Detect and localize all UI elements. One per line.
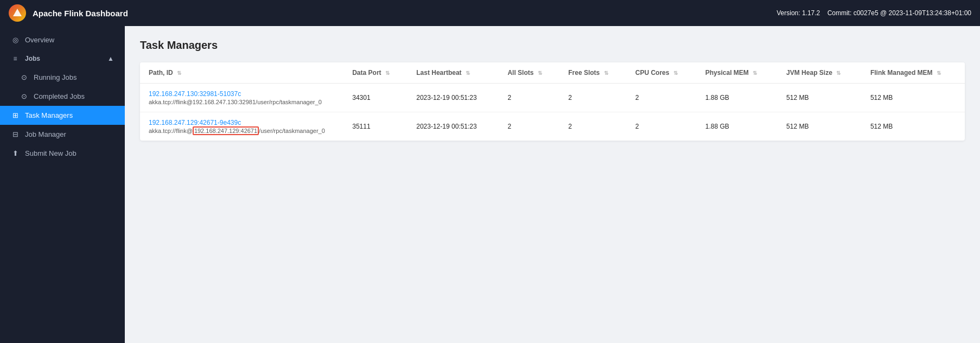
sidebar-item-jobs[interactable]: ≡ Jobs ▲ xyxy=(0,49,125,68)
col-free-slots[interactable]: Free Slots ⇅ xyxy=(559,62,627,84)
row2-data-port: 35111 xyxy=(343,112,408,141)
table-header: Path, ID ⇅ Data Port ⇅ Last Heartbeat ⇅ xyxy=(140,62,965,84)
row2-heartbeat: 2023-12-19 00:51:23 xyxy=(408,112,499,141)
sidebar-label-completed-jobs: Completed Jobs xyxy=(34,92,85,100)
row1-path-link[interactable]: 192.168.247.130:32981-51037c xyxy=(149,90,335,98)
row2-path-link[interactable]: 192.168.247.129:42671-9e439c xyxy=(149,119,335,126)
row1-path-cell: 192.168.247.130:32981-51037c akka.tcp://… xyxy=(140,84,343,112)
completed-jobs-icon: ⊙ xyxy=(20,92,28,100)
row2-physical-mem: 1.88 GB xyxy=(697,112,778,141)
app-logo xyxy=(9,4,26,22)
row2-all-slots: 2 xyxy=(499,112,559,141)
submit-job-icon: ⬆ xyxy=(11,149,20,157)
sort-icon-jvm-heap: ⇅ xyxy=(836,70,841,76)
sort-icon-cpu-cores: ⇅ xyxy=(673,70,678,76)
main-content: Task Managers Path, ID ⇅ Data Port ⇅ xyxy=(125,26,980,343)
row1-path-full: akka.tcp://flink@192.168.247.130:32981/u… xyxy=(149,99,335,105)
row1-data-port: 34301 xyxy=(343,84,408,112)
sidebar-item-running-jobs[interactable]: ⊙ Running Jobs xyxy=(0,68,125,87)
sidebar-label-running-jobs: Running Jobs xyxy=(34,73,77,81)
row2-free-slots: 2 xyxy=(559,112,627,141)
row1-physical-mem: 1.88 GB xyxy=(697,84,778,112)
svg-marker-0 xyxy=(13,9,22,16)
row2-highlight-box: 192.168.247.129:42671 xyxy=(193,126,259,135)
row2-path-full: akka.tcp://flink@192.168.247.129:42671/u… xyxy=(149,128,335,134)
col-physical-mem[interactable]: Physical MEM ⇅ xyxy=(697,62,778,84)
sort-icon-free-slots: ⇅ xyxy=(604,70,608,76)
task-managers-table: Path, ID ⇅ Data Port ⇅ Last Heartbeat ⇅ xyxy=(140,62,965,141)
row1-cpu-cores: 2 xyxy=(627,84,697,112)
sidebar-item-job-manager[interactable]: ⊟ Job Manager xyxy=(0,125,125,144)
topbar: Apache Flink Dashboard Version: 1.17.2 C… xyxy=(0,0,980,26)
sidebar-label-task-managers: Task Managers xyxy=(25,111,73,119)
row2-jvm-heap: 512 MB xyxy=(778,112,862,141)
layout: ◎ Overview ≡ Jobs ▲ ⊙ Running Jobs ⊙ Com… xyxy=(0,26,980,343)
task-managers-table-card: Path, ID ⇅ Data Port ⇅ Last Heartbeat ⇅ xyxy=(140,62,965,141)
version-value: 1.17.2 xyxy=(802,9,820,17)
table-row: 192.168.247.130:32981-51037c akka.tcp://… xyxy=(140,84,965,112)
sort-icon-flink-mem: ⇅ xyxy=(937,70,941,76)
overview-icon: ◎ xyxy=(11,36,20,44)
col-cpu-cores[interactable]: CPU Cores ⇅ xyxy=(627,62,697,84)
sidebar-label-jobs: Jobs xyxy=(25,55,40,62)
sort-icon-all-slots: ⇅ xyxy=(538,70,542,76)
running-jobs-icon: ⊙ xyxy=(20,73,28,81)
row2-flink-mem: 512 MB xyxy=(862,112,965,141)
row1-jvm-heap: 512 MB xyxy=(778,84,862,112)
sidebar-label-job-manager: Job Manager xyxy=(25,130,66,138)
col-jvm-heap[interactable]: JVM Heap Size ⇅ xyxy=(778,62,862,84)
sort-icon-heartbeat: ⇅ xyxy=(466,70,470,76)
row1-flink-mem: 512 MB xyxy=(862,84,965,112)
sidebar-label-submit-new-job: Submit New Job xyxy=(25,149,77,157)
row1-all-slots: 2 xyxy=(499,84,559,112)
task-managers-icon: ⊞ xyxy=(11,111,20,119)
commit-value: c0027e5 @ 2023-11-09T13:24:38+01:00 xyxy=(854,9,971,17)
col-flink-mem[interactable]: Flink Managed MEM ⇅ xyxy=(862,62,965,84)
row1-heartbeat: 2023-12-19 00:51:23 xyxy=(408,84,499,112)
row2-path-before: 192.168.247.129:42671-9e439c xyxy=(149,119,241,126)
table-body: 192.168.247.130:32981-51037c akka.tcp://… xyxy=(140,84,965,141)
sidebar-item-overview[interactable]: ◎ Overview xyxy=(0,30,125,49)
job-manager-icon: ⊟ xyxy=(11,130,20,138)
sort-icon-physical-mem: ⇅ xyxy=(753,70,757,76)
row2-cpu-cores: 2 xyxy=(627,112,697,141)
row1-free-slots: 2 xyxy=(559,84,627,112)
sort-icon-path: ⇅ xyxy=(177,70,181,76)
col-all-slots[interactable]: All Slots ⇅ xyxy=(499,62,559,84)
col-path[interactable]: Path, ID ⇅ xyxy=(140,62,343,84)
version-label: Version: xyxy=(777,9,800,17)
row2-path-anchor[interactable]: 192.168.247.129:42671-9e439c xyxy=(149,119,241,126)
topbar-left: Apache Flink Dashboard xyxy=(9,4,128,22)
sidebar-item-completed-jobs[interactable]: ⊙ Completed Jobs xyxy=(0,87,125,106)
jobs-icon: ≡ xyxy=(11,55,20,62)
topbar-version-info: Version: 1.17.2 Commit: c0027e5 @ 2023-1… xyxy=(777,9,971,17)
page-title: Task Managers xyxy=(140,39,965,52)
table-row: 192.168.247.129:42671-9e439c akka.tcp://… xyxy=(140,112,965,141)
sort-icon-data-port: ⇅ xyxy=(385,70,390,76)
col-data-port[interactable]: Data Port ⇅ xyxy=(343,62,408,84)
sidebar-item-task-managers[interactable]: ⊞ Task Managers xyxy=(0,106,125,125)
commit-label: Commit: xyxy=(828,9,852,17)
sidebar: ◎ Overview ≡ Jobs ▲ ⊙ Running Jobs ⊙ Com… xyxy=(0,26,125,343)
col-last-heartbeat[interactable]: Last Heartbeat ⇅ xyxy=(408,62,499,84)
sidebar-label-overview: Overview xyxy=(25,36,54,44)
row1-path-anchor[interactable]: 192.168.247.130:32981-51037c xyxy=(149,90,241,98)
row2-path-cell: 192.168.247.129:42671-9e439c akka.tcp://… xyxy=(140,112,343,141)
sidebar-item-submit-new-job[interactable]: ⬆ Submit New Job xyxy=(0,144,125,163)
jobs-expand-icon: ▲ xyxy=(107,55,114,62)
app-title: Apache Flink Dashboard xyxy=(33,9,128,18)
